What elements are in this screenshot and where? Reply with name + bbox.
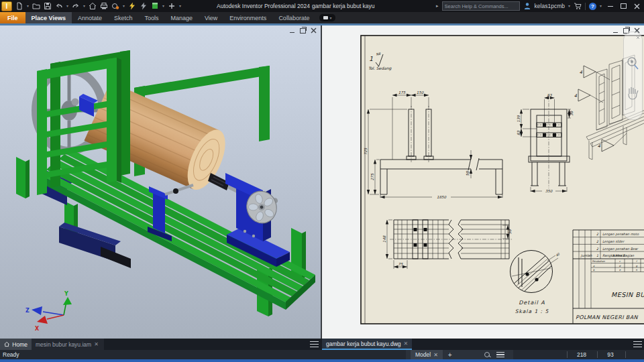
workspace: Y Z X [0,25,644,339]
search-sheets-icon[interactable] [484,352,490,357]
green-box-icon[interactable] [151,2,159,10]
child-close-button[interactable] [309,27,318,34]
tab-assembly-document[interactable]: mesin bubur kayu.iam✕ [32,339,104,350]
detail-scale: Skala 1 : 5 [515,308,549,314]
qty-header: Jumlah [580,254,592,257]
svg-text:150: 150 [417,90,424,95]
tab-drawing-document[interactable]: gambar kerja bubut kayu.dwg✕ [322,339,412,350]
home-tab-icon [4,341,9,347]
svg-text:75: 75 [398,262,403,266]
child-minimize-button[interactable] [611,27,620,34]
user-name[interactable]: kelas1pcmb [535,3,565,9]
tab-environments[interactable]: Environments [223,12,272,23]
navigation-bar[interactable] [623,32,643,120]
drawing-sheet-svg: 1 N8 Tol. Sedang [360,35,644,324]
inventor-logo-icon[interactable]: I [1,1,12,11]
close-tab-icon[interactable]: ✕ [94,341,99,347]
svg-text:725: 725 [364,147,368,155]
close-button[interactable] [632,1,642,11]
svg-text:350: 350 [545,189,553,193]
axis-y-label: Y [64,291,68,297]
help-icon[interactable]: ? [589,3,596,10]
cart-icon[interactable] [574,2,582,10]
inventor-app-window: I ▾ ▾ ▾ ▾ ▾ ▾ Autodesk Inventor Professi… [0,0,644,362]
svg-text:50: 50 [508,229,512,234]
model-space-tab[interactable]: Model✕ [411,350,443,359]
right-tab-menu-icon[interactable] [633,341,642,347]
material-icon[interactable] [111,2,119,10]
pan-hand-icon[interactable] [629,87,638,99]
new-sheet-button[interactable]: + [448,351,452,359]
child-restore-button[interactable] [299,27,307,34]
occurrence-count: 218 [570,351,593,358]
status-bar: Ready Model✕ + 218 93 [0,350,644,359]
origin-triad: Y Z X [25,291,72,332]
open-folder-icon[interactable] [32,2,40,10]
bottom-accent-bar [0,359,644,362]
new-file-icon[interactable] [15,2,23,10]
status-divider [625,351,626,358]
new-file-caret-icon[interactable]: ▾ [27,2,29,10]
part-qty: 1 [596,254,598,257]
name-header: Nama Bagian [612,254,635,257]
camera-icon [323,16,328,19]
help-caret-icon[interactable]: ▾ [600,2,602,10]
tab-sketch[interactable]: Sketch [108,12,139,23]
ribbon-tab-bar: File Place Views Annotate Sketch Tools M… [0,12,644,23]
restore-button[interactable] [619,1,629,11]
child-minimize-button[interactable] [288,27,297,34]
search-input[interactable] [442,1,520,11]
tab-collaborate[interactable]: Collaborate [272,12,315,23]
toolbar-overflow-icon[interactable]: ▾ [179,2,181,10]
titlebar-divider [585,3,586,10]
tab-tools[interactable]: Tools [138,12,164,23]
drawing-sheet[interactable]: 1 N8 Tol. Sedang [360,35,644,324]
zoom-tool-icon[interactable] [628,58,638,69]
svg-text:175: 175 [398,90,406,95]
collapse-search-icon[interactable]: ▸ [436,3,439,9]
status-divider [567,351,568,358]
svg-text:148: 148 [382,235,386,243]
navbar-close-icon[interactable] [637,36,639,39]
tab-annotate[interactable]: Annotate [72,12,108,23]
print-icon[interactable] [100,2,108,10]
titlebar: I ▾ ▾ ▾ ▾ ▾ ▾ Autodesk Inventor Professi… [0,0,644,12]
axis-x-label: X [35,326,40,332]
redo-caret-icon[interactable]: ▾ [83,2,85,10]
left-tab-menu-icon[interactable] [310,341,319,347]
svg-text:50: 50 [466,171,470,176]
lathe-3d-model[interactable]: Y Z X [0,25,321,339]
tab-home[interactable]: Home [0,339,32,350]
tab-manage[interactable]: Manage [164,12,199,23]
tab-view[interactable]: View [199,12,223,23]
quick-access-toolbar: I ▾ ▾ ▾ ▾ ▾ ▾ [0,1,181,11]
undo-caret-icon[interactable]: ▾ [66,2,68,10]
svg-text:30: 30 [570,111,574,116]
rules-lightning-icon[interactable] [140,2,148,10]
drawing-window[interactable]: 1 N8 Tol. Sedang [321,25,644,339]
status-divider [597,351,598,358]
svg-text:1850: 1850 [437,195,446,199]
user-icon[interactable] [523,2,531,10]
add-icon[interactable] [168,2,176,10]
home-icon[interactable] [89,2,97,10]
tab-file[interactable]: File [0,12,25,23]
ilogic-lightning-icon[interactable] [128,2,136,10]
document-title: gambar kerja bubut kayu [312,3,375,9]
redo-icon[interactable] [72,2,80,10]
save-icon[interactable] [44,2,52,10]
minimize-button[interactable] [605,1,615,11]
screencast-toggle[interactable]: ▾ [319,14,335,21]
close-tab-icon[interactable]: ✕ [404,341,409,347]
user-caret-icon[interactable]: ▾ [568,2,570,10]
tab-place-views[interactable]: Place Views [25,12,72,23]
status-text: Ready [3,351,19,358]
svg-text:1: 1 [369,55,373,62]
assembly-3d-window[interactable]: Y Z X [0,25,321,339]
assembly-window-controls [288,27,318,34]
green-box-caret-icon[interactable]: ▾ [162,2,164,10]
svg-text:83: 83 [547,93,552,97]
material-caret-icon[interactable]: ▾ [123,2,125,10]
undo-icon[interactable] [55,2,63,10]
sheet-list-menu-icon[interactable] [496,352,504,357]
